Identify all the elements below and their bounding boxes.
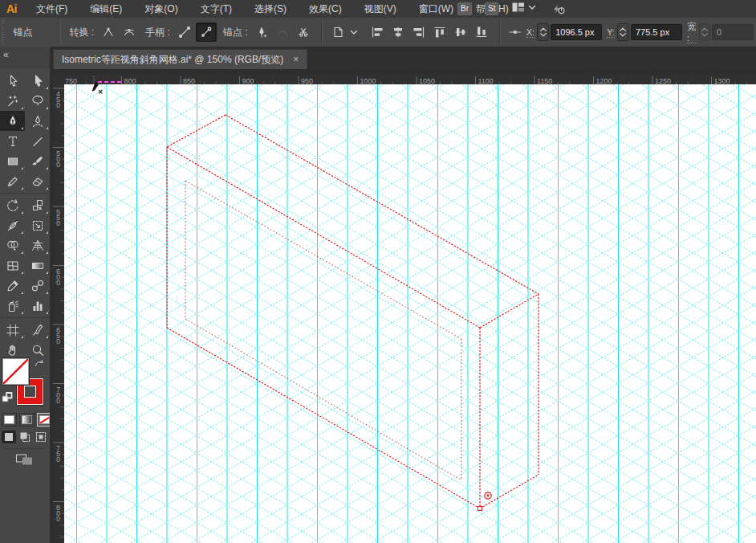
none-swatch [39,415,50,424]
document-setup-icon[interactable] [331,23,345,41]
stroke-swatch-hole [24,386,36,398]
y-input[interactable]: 775.5 px [631,24,682,40]
y-label[interactable]: Y: [607,27,615,38]
workspace-switcher[interactable] [511,1,539,17]
left-ruler[interactable]: 4 5 05 0 05 5 06 0 06 5 07 0 07 5 08 0 0 [53,84,65,543]
draw-mode-buttons [2,431,48,443]
align-right-icon[interactable] [409,23,429,41]
default-fill-stroke-icon[interactable] [2,392,13,406]
draw-behind-icon[interactable] [18,431,32,443]
pen-tool[interactable] [0,111,25,131]
align-top-icon[interactable] [430,23,449,41]
shape-builder-tool[interactable] [0,235,25,255]
width-tool[interactable] [0,215,25,235]
flyout-corner [46,251,48,254]
style-button[interactable]: St [485,2,498,15]
color-button[interactable] [2,413,17,427]
document-tab[interactable]: Isometric等距视角斜角网格.ai* @ 150% (RGB/预览) × [53,49,307,69]
curvature-tool[interactable] [25,111,50,131]
menu-item-2[interactable]: 对象(O) [133,0,189,18]
tab-close-icon[interactable]: × [293,55,299,64]
free-transform-tool[interactable] [25,215,50,235]
menu-item-0[interactable]: 文件(F) [25,0,79,18]
x-label[interactable]: X: [526,27,534,38]
panel-grip[interactable] [0,18,6,47]
chevron-down-icon[interactable] [347,23,361,41]
convert-smooth-icon[interactable] [120,23,139,41]
menu-item-4[interactable]: 选择(S) [243,0,298,18]
align-middle-v-icon[interactable] [451,23,470,41]
menu-item-1[interactable]: 编辑(E) [79,0,133,18]
pen-add-anchor-icon[interactable] [252,23,271,41]
screen-mode-icon[interactable] [15,451,35,469]
gpu-performance-icon[interactable] [551,2,566,15]
flyout-corner [21,127,23,129]
menu-item-6[interactable]: 视图(V) [353,0,408,18]
draw-inside-icon[interactable] [34,431,48,443]
magic-wand-tool[interactable] [0,91,25,111]
menu-item-7[interactable]: 窗口(W) [408,0,465,18]
flyout-corner [21,251,23,254]
tools-panel-header: « [0,47,50,69]
control-group-2: 锚点 : [223,23,314,41]
document-setup-group[interactable] [331,23,361,41]
selection-tool[interactable] [0,71,25,91]
left-ruler-label: 6 5 0 [56,328,60,345]
align-left-icon[interactable] [368,23,387,41]
gradient-tool[interactable] [25,255,50,276]
flyout-corner [21,272,23,274]
swap-fill-stroke-icon[interactable] [34,358,45,373]
cut-path-icon[interactable] [294,23,313,41]
left-ruler-label: 5 5 0 [56,210,60,227]
slice-tool[interactable] [25,320,50,340]
handles-show-icon[interactable] [175,23,194,41]
anchor-point-line-icon[interactable] [506,23,523,41]
flyout-corner [46,292,48,294]
menu-item-3[interactable]: 文字(T) [189,0,243,18]
align-bottom-icon[interactable] [472,23,491,41]
flyout-corner [46,231,48,234]
perspective-grid-tool[interactable] [25,235,50,255]
flyout-corner [21,312,23,314]
mesh-tool[interactable] [0,255,25,276]
width-stepper [699,23,710,41]
illustrator-logo[interactable]: Ai [6,2,17,15]
flyout-corner [21,107,23,109]
artboard-tool[interactable] [0,320,25,340]
x-stepper[interactable] [537,23,549,41]
width-label[interactable]: 宽 : [687,21,697,43]
column-graph-tool[interactable] [25,296,50,316]
fill-swatch-none[interactable] [2,358,29,385]
type-tool[interactable] [0,131,25,151]
artboard-canvas[interactable] [64,84,756,543]
x-input[interactable]: 1096.5 px [551,24,602,40]
line-segment-tool[interactable] [25,131,50,151]
blend-tool[interactable] [25,276,50,296]
left-ruler-label: 5 0 0 [56,151,60,168]
divider [499,21,501,43]
menu-item-5[interactable]: 效果(C) [298,0,353,18]
bridge-button[interactable]: Br [457,2,472,15]
remove-anchor-curve-icon[interactable] [273,23,292,41]
rectangle-tool[interactable] [0,151,25,171]
pencil-tool[interactable] [0,171,25,191]
flyout-corner [21,292,23,294]
convert-corner-icon[interactable] [99,23,118,41]
rotate-tool[interactable] [0,195,25,215]
scale-tool[interactable] [25,195,50,215]
lasso-tool[interactable] [25,91,50,111]
flyout-corner [21,211,23,214]
symbol-sprayer-tool[interactable] [0,296,25,316]
draw-normal-icon[interactable] [2,431,16,443]
eraser-tool[interactable] [25,171,50,191]
direct-selection-tool[interactable] [25,71,50,91]
paintbrush-tool[interactable] [25,151,50,171]
fill-stroke-area [0,355,50,451]
eyedropper-tool[interactable] [0,276,25,296]
collapse-panel-button[interactable]: « [0,48,12,61]
handles-hide-icon[interactable] [196,22,217,42]
y-stepper[interactable] [617,23,629,41]
gradient-button[interactable] [19,413,35,427]
flyout-corner [46,167,48,169]
align-center-h-icon[interactable] [388,23,408,41]
